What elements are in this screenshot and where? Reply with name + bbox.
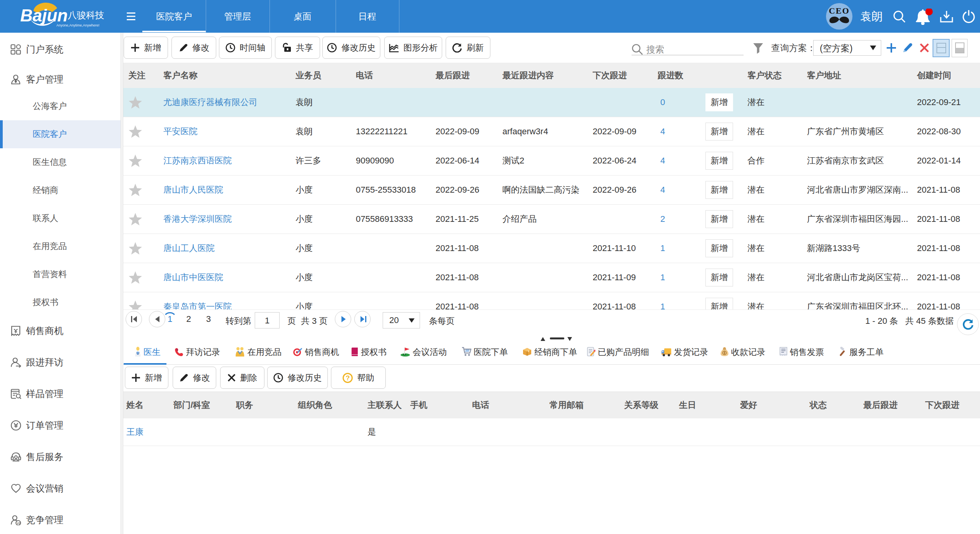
svg-text:Bajun: Bajun [20,6,68,25]
svg-text:VS: VS [17,522,21,525]
svg-text:?: ? [346,374,350,382]
svg-text:Anyone,Anytime,Anywhere!: Anyone,Anytime,Anywhere! [56,23,100,27]
svg-text:八骏科技: 八骏科技 [68,10,104,20]
